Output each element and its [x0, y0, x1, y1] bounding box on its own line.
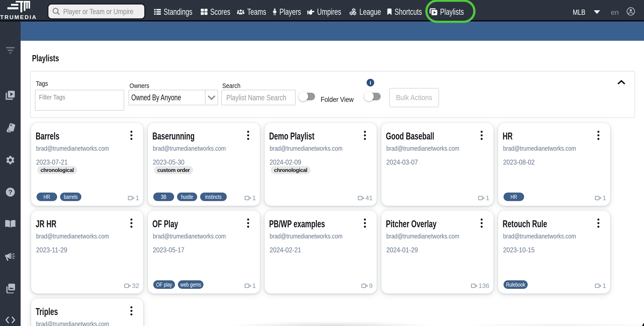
svg-text:TRUMEDIA: TRUMEDIA: [0, 14, 37, 20]
svg-text:?: ?: [8, 189, 12, 196]
